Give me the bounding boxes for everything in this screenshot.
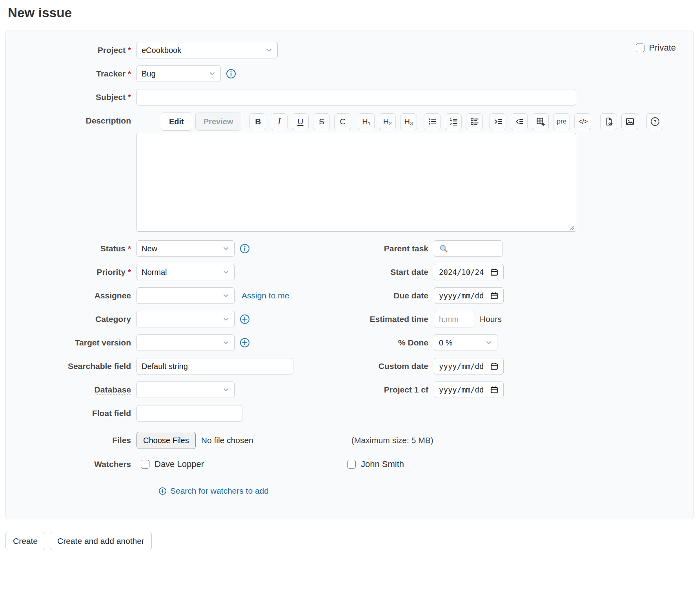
priority-select[interactable]: Normal [137, 264, 235, 280]
float-field-label: Float field [92, 409, 131, 418]
custom-date-input[interactable]: yyyy/mm/dd [434, 358, 504, 374]
watcher-name: Dave Lopper [155, 459, 204, 469]
tracker-select-value: Bug [142, 69, 156, 78]
custom-date-label: Custom date [379, 362, 428, 371]
choose-files-button[interactable]: Choose Files [137, 432, 196, 449]
start-date-input[interactable]: 2024/10/24 [434, 264, 504, 280]
searchable-field-input[interactable] [137, 358, 293, 374]
calendar-icon[interactable] [490, 291, 499, 300]
database-select[interactable] [137, 382, 235, 398]
insert-table-icon[interactable] [532, 113, 549, 130]
project-row: Project * eCookbook [6, 42, 693, 58]
watcher-item[interactable]: Dave Lopper [141, 459, 347, 469]
required-marker: * [128, 45, 131, 55]
parent-task-label: Parent task [384, 244, 428, 253]
help-icon[interactable]: ? [646, 113, 663, 130]
underline-button[interactable]: U [292, 113, 309, 130]
info-icon[interactable] [226, 68, 237, 79]
chevron-down-icon [222, 269, 229, 276]
tracker-select[interactable]: Bug [137, 65, 221, 82]
due-date-input[interactable]: yyyy/mm/dd [434, 287, 504, 304]
calendar-icon[interactable] [490, 362, 499, 371]
assign-to-me-link[interactable]: Assign to me [242, 291, 289, 300]
estimated-time-label: Estimated time [370, 314, 428, 323]
target-version-label: Target version [75, 338, 131, 347]
add-version-icon[interactable] [239, 337, 250, 348]
chevron-down-icon [222, 245, 229, 252]
due-date-label: Due date [393, 291, 428, 300]
watcher-checkbox[interactable] [141, 460, 149, 469]
attributes-left-column: Status * New Priority * Normal Assignee [6, 240, 305, 429]
project-label: Project [98, 45, 126, 55]
add-category-icon[interactable] [239, 314, 250, 325]
definition-list-icon[interactable] [466, 113, 483, 130]
svg-text:2: 2 [450, 122, 451, 126]
status-select-value: New [142, 244, 157, 253]
bold-button[interactable]: B [249, 113, 266, 130]
project1cf-placeholder: yyyy/mm/dd [439, 385, 488, 394]
private-checkbox[interactable] [636, 44, 644, 52]
create-button[interactable]: Create [5, 532, 45, 550]
assignee-select[interactable] [137, 287, 235, 304]
pre-button[interactable]: pre [553, 113, 570, 130]
chevron-down-icon [485, 339, 492, 346]
chevron-down-icon [222, 386, 229, 393]
description-row: Description Edit Preview B I U S C H₁ H₂… [6, 113, 693, 233]
strikethrough-button[interactable]: S [313, 113, 330, 130]
numbered-list-icon[interactable]: 12 [445, 113, 462, 130]
chevron-down-icon [209, 70, 216, 77]
tab-preview[interactable]: Preview [195, 113, 242, 131]
editor-toolbar: Edit Preview B I U S C H₁ H₂ H₃ [137, 113, 576, 131]
outdent-icon[interactable] [511, 113, 528, 130]
project-select[interactable]: eCookbook [137, 42, 278, 58]
watcher-checkbox[interactable] [347, 460, 356, 469]
priority-row: Priority * Normal [6, 264, 305, 280]
description-textarea[interactable] [137, 133, 576, 232]
image-icon[interactable] [621, 113, 638, 130]
indent-icon[interactable] [490, 113, 506, 130]
italic-button[interactable]: I [271, 113, 288, 130]
float-field-input[interactable] [137, 405, 242, 422]
code-block-button[interactable]: </> [574, 113, 591, 130]
calendar-icon[interactable] [490, 268, 499, 276]
subject-label: Subject [96, 93, 126, 102]
create-and-add-button[interactable]: Create and add another [50, 532, 152, 550]
wiki-link-icon[interactable] [600, 113, 617, 130]
searchable-field-label: Searchable field [68, 362, 131, 371]
parent-task-input[interactable] [434, 240, 502, 257]
subject-row: Subject * [6, 89, 693, 105]
resize-handle-icon[interactable] [569, 225, 575, 230]
target-version-select[interactable] [137, 334, 235, 351]
start-date-row: Start date 2024/10/24 [336, 264, 603, 280]
files-label: Files [112, 436, 131, 445]
start-date-value: 2024/10/24 [439, 268, 488, 276]
bullet-list-icon[interactable] [424, 113, 441, 130]
search-watchers-link[interactable]: Search for watchers to add [158, 486, 269, 496]
inline-code-button[interactable]: C [334, 113, 351, 130]
category-select[interactable] [137, 311, 235, 327]
project1cf-input[interactable]: yyyy/mm/dd [434, 382, 504, 398]
watcher-name: John Smith [361, 459, 404, 469]
tab-edit[interactable]: Edit [161, 113, 192, 131]
status-select[interactable]: New [137, 240, 235, 257]
percent-done-select[interactable]: 0 % [434, 334, 497, 351]
custom-date-placeholder: yyyy/mm/dd [439, 362, 488, 371]
heading3-button[interactable]: H₃ [400, 113, 417, 130]
priority-label: Priority [96, 267, 126, 276]
heading2-button[interactable]: H₂ [379, 113, 396, 130]
watcher-item[interactable]: John Smith [347, 459, 404, 469]
category-label: Category [95, 314, 131, 323]
project1cf-row: Project 1 cf yyyy/mm/dd [336, 382, 603, 398]
page-title: New issue [8, 5, 699, 20]
start-date-label: Start date [390, 267, 428, 276]
status-row: Status * New [6, 240, 305, 257]
subject-input[interactable] [137, 89, 576, 105]
estimated-time-input[interactable] [434, 311, 475, 327]
heading1-button[interactable]: H₁ [358, 113, 375, 130]
status-label: Status [100, 244, 126, 253]
private-row: Private [636, 43, 676, 53]
calendar-icon[interactable] [490, 385, 499, 394]
database-label: Database [95, 385, 131, 395]
due-date-row: Due date yyyy/mm/dd [336, 287, 603, 304]
info-icon[interactable] [239, 243, 250, 254]
